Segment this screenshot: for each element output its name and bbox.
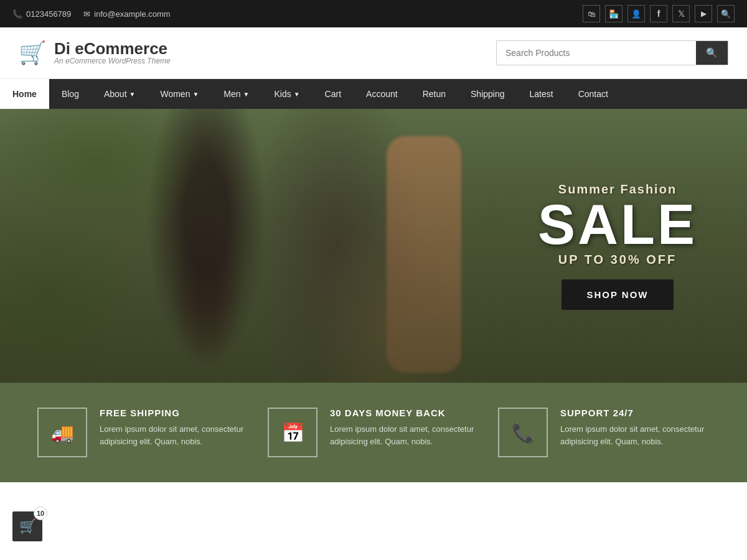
shipping-desc: Lorem ipsum dolor sit amet, consectetur … bbox=[100, 423, 249, 447]
feature-returns: 📅 30 DAYS MONEY BACK Lorem ipsum dolor s… bbox=[268, 408, 479, 457]
shipping-title: FREE SHIPPING bbox=[100, 408, 249, 418]
support-title: SUPPORT 24/7 bbox=[560, 408, 710, 418]
search-input[interactable] bbox=[497, 42, 696, 64]
kids-arrow: ▼ bbox=[294, 91, 300, 98]
shipping-text: FREE SHIPPING Lorem ipsum dolor sit amet… bbox=[100, 408, 249, 447]
feature-support: 📞 SUPPORT 24/7 Lorem ipsum dolor sit ame… bbox=[498, 408, 710, 457]
hero-banner: Summer Fashion SALE UP TO 30% OFF SHOP N… bbox=[0, 109, 747, 383]
search-button[interactable]: 🔍 bbox=[696, 41, 728, 65]
email-address: info@example.comm bbox=[94, 9, 170, 19]
returns-title: 30 DAYS MONEY BACK bbox=[330, 408, 479, 418]
nav-item-shipping[interactable]: Shipping bbox=[458, 79, 517, 109]
men-arrow: ▼ bbox=[243, 91, 250, 98]
women-arrow: ▼ bbox=[192, 91, 199, 98]
shop-now-button[interactable]: SHOP NOW bbox=[561, 279, 673, 310]
nav-item-home[interactable]: Home bbox=[0, 79, 49, 109]
email-icon: ✉ bbox=[83, 9, 90, 19]
support-desc: Lorem ipsum dolor sit amet, consectetur … bbox=[560, 423, 710, 447]
features-section: 🚚 FREE SHIPPING Lorem ipsum dolor sit am… bbox=[0, 383, 747, 482]
store-icon[interactable]: 🏪 bbox=[605, 5, 622, 22]
nav-item-return[interactable]: Retun bbox=[410, 79, 458, 109]
feature-shipping: 🚚 FREE SHIPPING Lorem ipsum dolor sit am… bbox=[37, 408, 249, 457]
calendar-icon: 📅 bbox=[281, 422, 304, 444]
phone-info: 📞 0123456789 bbox=[12, 9, 71, 19]
bag-icon[interactable]: 🛍 bbox=[583, 5, 600, 22]
logo-text: Di eCommerce An eCommerce WordPress Them… bbox=[54, 40, 171, 65]
phone-icon: 📞 bbox=[12, 9, 22, 19]
logo[interactable]: 🛒 Di eCommerce An eCommerce WordPress Th… bbox=[19, 40, 171, 66]
hero-title: SALE bbox=[538, 197, 697, 253]
hero-offer: UP TO 30% OFF bbox=[538, 253, 697, 267]
cart-logo-icon: 🛒 bbox=[19, 40, 47, 66]
site-header: 🛒 Di eCommerce An eCommerce WordPress Th… bbox=[0, 27, 747, 79]
email-info: ✉ info@example.comm bbox=[83, 9, 170, 19]
search-top-icon[interactable]: 🔍 bbox=[717, 5, 735, 22]
nav-item-men[interactable]: Men ▼ bbox=[211, 79, 261, 109]
phone-support-icon: 📞 bbox=[512, 422, 535, 444]
returns-text: 30 DAYS MONEY BACK Lorem ipsum dolor sit… bbox=[330, 408, 479, 447]
support-icon-box: 📞 bbox=[498, 408, 548, 457]
nav-item-kids[interactable]: Kids ▼ bbox=[261, 79, 312, 109]
hero-background: Summer Fashion SALE UP TO 30% OFF SHOP N… bbox=[0, 109, 747, 383]
search-bar: 🔍 bbox=[496, 40, 728, 65]
nav-item-contact[interactable]: Contact bbox=[566, 79, 621, 109]
hero-image-area bbox=[0, 109, 486, 383]
hero-content: Summer Fashion SALE UP TO 30% OFF SHOP N… bbox=[538, 182, 697, 310]
nav-item-account[interactable]: Account bbox=[354, 79, 410, 109]
top-bar-contact: 📞 0123456789 ✉ info@example.comm bbox=[12, 9, 171, 19]
twitter-icon[interactable]: 𝕏 bbox=[672, 5, 690, 22]
nav-item-blog[interactable]: Blog bbox=[49, 79, 92, 109]
nav-item-women[interactable]: Women ▼ bbox=[148, 79, 211, 109]
support-text: SUPPORT 24/7 Lorem ipsum dolor sit amet,… bbox=[560, 408, 710, 447]
nav-item-about[interactable]: About ▼ bbox=[92, 79, 148, 109]
returns-icon-box: 📅 bbox=[268, 408, 317, 457]
nav-item-cart[interactable]: Cart bbox=[312, 79, 354, 109]
nav-item-latest[interactable]: Latest bbox=[517, 79, 566, 109]
facebook-icon[interactable]: f bbox=[650, 5, 667, 22]
returns-desc: Lorem ipsum dolor sit amet, consectetur … bbox=[330, 423, 479, 447]
top-bar-icons: 🛍 🏪 👤 f 𝕏 ▶ 🔍 bbox=[583, 5, 735, 22]
user-account-icon[interactable]: 👤 bbox=[627, 5, 645, 22]
top-bar: 📞 0123456789 ✉ info@example.comm 🛍 🏪 👤 f… bbox=[0, 0, 747, 27]
phone-number: 0123456789 bbox=[26, 9, 71, 19]
truck-icon: 🚚 bbox=[51, 422, 74, 444]
site-tagline: An eCommerce WordPress Theme bbox=[54, 57, 171, 65]
main-nav: Home Blog About ▼ Women ▼ Men ▼ Kids ▼ C… bbox=[0, 79, 747, 109]
about-arrow: ▼ bbox=[129, 91, 136, 98]
shipping-icon-box: 🚚 bbox=[37, 408, 87, 457]
youtube-icon[interactable]: ▶ bbox=[695, 5, 712, 22]
site-title: Di eCommerce bbox=[54, 40, 171, 57]
